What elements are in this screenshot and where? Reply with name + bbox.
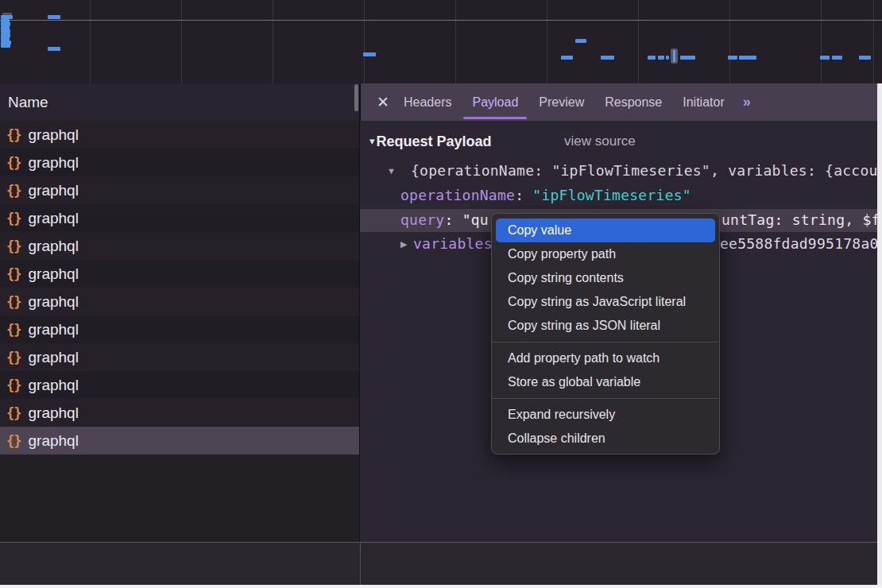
json-braces-icon: {} [6,238,21,254]
table-row[interactable]: {}graphql [0,232,359,260]
property-key: operationName [400,187,515,203]
overview-request-bar [832,56,842,60]
overview-gridline [273,0,273,83]
request-name: graphql [28,349,78,366]
property-value: "qu [462,211,489,228]
table-row[interactable]: {}graphql [0,121,359,149]
property-key: query [400,211,444,228]
view-source-link[interactable]: view source [564,130,636,153]
request-name: graphql [28,182,78,199]
overview-request-bar [739,56,756,60]
name-column-header[interactable]: Name [0,83,360,122]
menu-item-collapse-children[interactable]: Collapse children [492,427,719,451]
request-name: graphql [28,377,78,394]
close-icon[interactable]: ✕ [376,83,390,121]
overview-request-bar [1,44,10,48]
overview-request-bar [48,15,60,19]
tab-payload[interactable]: Payload [462,83,528,121]
overview-request-bar [728,56,737,60]
menu-item-store-as-global-variable[interactable]: Store as global variable [492,370,719,394]
detail-tabs: HeadersPayloadPreviewResponseInitiator [393,83,735,121]
table-row[interactable]: {}graphql [0,260,359,288]
table-row[interactable]: {}graphql [0,371,359,399]
section-title: Request Payload [377,130,492,153]
property-key: variables [413,235,493,252]
overview-request-bar [561,56,573,60]
devtools-network-panel: Name ✕ HeadersPayloadPreviewResponseInit… [0,0,882,588]
request-name: graphql [28,321,78,338]
request-name: graphql [28,154,78,172]
more-tabs-icon[interactable]: » [735,83,757,121]
json-braces-icon: {} [6,266,21,282]
context-menu: Copy valueCopy property pathCopy string … [491,213,720,455]
request-name: graphql [28,432,78,450]
menu-item-copy-string-contents[interactable]: Copy string contents [492,266,719,290]
request-name: graphql [28,404,78,422]
request-payload-section-header[interactable]: ▾ Request Payload [369,130,492,153]
variables-value-fragment: ee5588fdad995178a0 [720,232,877,256]
json-braces-icon: {} [6,294,21,310]
overview-row-divider [0,20,882,21]
request-list-empty-area [0,455,359,542]
footer-summary-bar [0,543,882,585]
table-row[interactable]: {}graphql [0,399,359,427]
request-name: graphql [28,293,78,311]
overview-request-bar [859,56,871,60]
json-braces-icon: {} [6,405,21,421]
overview-request-bar [680,56,695,60]
query-row[interactable]: query: "qu [400,208,489,232]
json-braces-icon: {} [6,183,21,199]
variables-row[interactable]: variables [413,232,493,256]
json-braces-icon: {} [6,155,21,171]
table-row[interactable]: {}graphql [0,149,359,176]
table-row[interactable]: {}graphql [0,288,359,315]
overview-gridline [455,0,456,83]
payload-preview-line[interactable]: {operationName: "ipFlowTimeseries", vari… [411,159,877,183]
menu-item-copy-string-as-javascript-literal[interactable]: Copy string as JavaScript literal [492,290,719,314]
table-row[interactable]: {}graphql [0,343,359,371]
operation-name-row[interactable]: operationName: "ipFlowTimeseries" [400,184,691,207]
tab-headers[interactable]: Headers [393,83,462,121]
request-name: graphql [28,238,78,255]
menu-separator [493,398,718,399]
overview-gridline [364,0,365,83]
footer-pane-divider [360,543,361,585]
json-braces-icon: {} [6,322,21,338]
json-braces-icon: {} [6,433,21,449]
menu-item-copy-value[interactable]: Copy value [496,219,715,242]
table-row[interactable]: {}graphql [0,204,359,232]
page-edge-right [877,83,882,585]
property-value: "ipFlowTimeseries" [532,187,691,203]
overview-request-bar [666,56,669,60]
overview-gridline [729,0,730,83]
network-overview-strip[interactable] [0,0,882,84]
overview-request-bar [601,56,614,60]
tab-initiator[interactable]: Initiator [672,83,734,121]
overview-request-bar [363,52,376,56]
request-list-scrollbar[interactable] [354,84,358,111]
menu-item-expand-recursively[interactable]: Expand recursively [492,403,719,427]
overview-request-bar [648,56,656,60]
tab-preview[interactable]: Preview [528,83,594,121]
table-row[interactable]: {}graphql [0,315,359,343]
menu-item-copy-string-as-json-literal[interactable]: Copy string as JSON literal [492,314,719,338]
page-edge-bottom [0,585,882,588]
tab-response[interactable]: Response [594,83,672,121]
overview-request-bar [575,39,586,43]
table-row[interactable]: {}graphql [0,176,359,204]
menu-item-add-property-path-to-watch[interactable]: Add property path to watch [492,346,719,370]
expand-triangle-icon[interactable]: ▶ [400,232,407,256]
detail-tab-bar: ✕ HeadersPayloadPreviewResponseInitiator… [360,83,877,121]
overview-gridline [638,0,639,83]
overview-request-bar [820,56,830,60]
query-value-fragment: untTag: string, $f [721,208,877,232]
overview-gridline [90,0,91,83]
overview-gridline [181,0,182,83]
table-row[interactable]: {}graphql [0,427,359,455]
expand-triangle-icon[interactable]: ▼ [387,159,396,183]
overview-gridline [821,0,822,83]
json-braces-icon: {} [6,127,21,143]
collapse-triangle-icon[interactable]: ▾ [369,130,375,153]
overview-gridline [873,0,874,83]
menu-item-copy-property-path[interactable]: Copy property path [492,242,719,266]
